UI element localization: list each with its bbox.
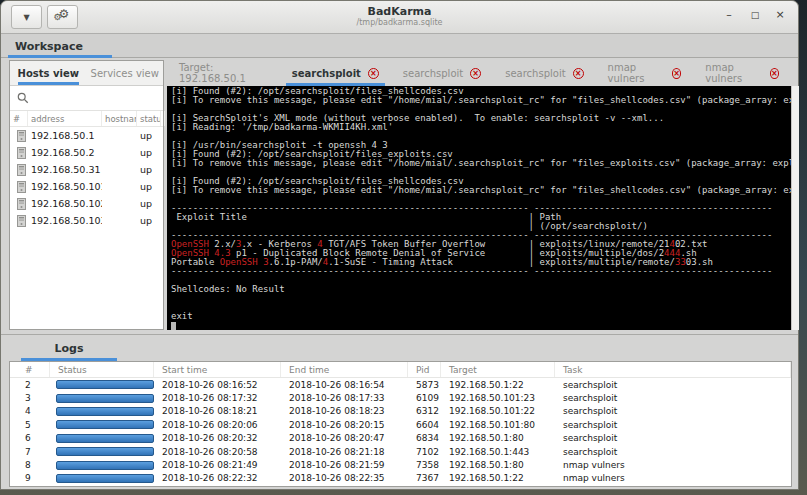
tab-close-icon[interactable]: × xyxy=(672,68,682,79)
minimize-button[interactable]: – xyxy=(722,8,736,21)
log-row[interactable]: 92018-10-26 08:22:322018-10-26 08:22:357… xyxy=(10,472,791,485)
terminal-tab[interactable]: nmap vulners× xyxy=(693,60,791,86)
tab-close-icon[interactable]: × xyxy=(470,68,481,79)
host-icon xyxy=(17,215,26,227)
run-tasks-button[interactable]: ⚙ ⚙ xyxy=(47,5,78,29)
log-end-time: 2018-10-26 08:21:59 xyxy=(281,460,408,470)
log-number: 3 xyxy=(10,393,50,403)
hosts-table-header: #addresshostnamestatuss xyxy=(10,111,163,127)
log-row[interactable]: 72018-10-26 08:20:582018-10-26 08:21:187… xyxy=(10,445,791,458)
window-title: BadKarma xyxy=(1,5,798,18)
tab-workspace[interactable]: Workspace xyxy=(1,34,119,58)
host-row[interactable]: 192.168.50.2upF xyxy=(10,144,163,161)
logs-column-header[interactable]: # xyxy=(10,362,50,377)
log-task: searchsploit xyxy=(555,380,791,390)
log-number: 9 xyxy=(10,473,50,483)
log-number: 8 xyxy=(10,460,50,470)
maximize-button[interactable]: □ xyxy=(748,10,762,20)
logs-divider xyxy=(1,334,798,335)
terminal-scrollbar[interactable] xyxy=(791,86,799,330)
terminal-tab[interactable]: nmap vulners× xyxy=(596,60,694,86)
logs-table: #StatusStart timeEnd timePidTargetTask 2… xyxy=(9,361,792,487)
log-pid: 5873 xyxy=(408,380,441,390)
host-extra: F xyxy=(161,198,164,209)
progress-bar xyxy=(56,434,154,443)
badkarma-window: ▼ ⚙ ⚙ BadKarma /tmp/badkarma.sqlite – □ … xyxy=(0,0,799,490)
host-icon xyxy=(17,147,26,159)
log-pid: 7367 xyxy=(408,473,441,483)
progress-bar xyxy=(56,461,154,470)
progress-bar xyxy=(56,447,154,456)
host-extra: F xyxy=(161,147,164,158)
search-icon xyxy=(17,92,29,104)
log-row[interactable]: 62018-10-26 08:20:322018-10-26 08:20:476… xyxy=(10,432,791,445)
log-row[interactable]: 52018-10-26 08:20:062018-10-26 08:20:156… xyxy=(10,418,791,431)
hosts-column-header[interactable]: address xyxy=(28,111,102,126)
host-address: 192.168.50.103 xyxy=(28,215,102,226)
hosts-column-header[interactable]: hostname xyxy=(102,111,137,126)
logs-column-header[interactable]: Task xyxy=(555,362,791,377)
log-target: 192.168.50.1:443 xyxy=(441,447,555,457)
host-row[interactable]: 192.168.50.102upF xyxy=(10,195,163,212)
log-status-cell xyxy=(50,380,154,389)
tab-close-icon[interactable]: × xyxy=(368,68,379,79)
log-end-time: 2018-10-26 08:22:35 xyxy=(281,473,408,483)
log-status-cell xyxy=(50,407,154,416)
hosts-column-header[interactable]: s xyxy=(161,111,165,126)
log-start-time: 2018-10-26 08:21:49 xyxy=(154,460,281,470)
terminal-tab[interactable]: searchsploit× xyxy=(280,60,391,86)
hosts-column-header[interactable]: status xyxy=(137,111,161,126)
log-pid: 6604 xyxy=(408,420,441,430)
host-icon xyxy=(17,130,26,142)
log-number: 7 xyxy=(10,447,50,457)
header-bar: ▼ ⚙ ⚙ BadKarma /tmp/badkarma.sqlite – □ … xyxy=(1,1,798,34)
progress-bar xyxy=(56,380,154,389)
terminal-line xyxy=(171,303,791,312)
tab-close-icon[interactable]: × xyxy=(573,68,584,79)
log-status-cell xyxy=(50,434,154,443)
hosts-column-header[interactable]: # xyxy=(10,111,28,126)
tab-close-icon[interactable]: × xyxy=(770,68,780,79)
menu-dropdown-button[interactable]: ▼ xyxy=(11,5,42,29)
log-end-time: 2018-10-26 08:21:18 xyxy=(281,447,408,457)
log-row[interactable]: 22018-10-26 08:16:522018-10-26 08:16:545… xyxy=(10,378,791,391)
host-row[interactable]: 192.168.50.31upF xyxy=(10,161,163,178)
logs-column-header[interactable]: End time xyxy=(281,362,408,377)
terminal-tab[interactable]: searchsploit× xyxy=(391,60,493,86)
log-start-time: 2018-10-26 08:22:32 xyxy=(154,473,281,483)
log-start-time: 2018-10-26 08:17:32 xyxy=(154,393,281,403)
log-task: searchsploit xyxy=(555,420,791,430)
log-target: 192.168.50.101:22 xyxy=(441,406,555,416)
hosts-panel-tab[interactable]: Hosts view xyxy=(10,61,87,85)
host-icon-cell xyxy=(10,198,28,210)
log-row[interactable]: 82018-10-26 08:21:492018-10-26 08:21:597… xyxy=(10,458,791,471)
host-address: 192.168.50.2 xyxy=(28,147,102,158)
host-address: 192.168.50.101 xyxy=(28,181,102,192)
tab-logs[interactable]: Logs xyxy=(19,338,119,359)
logs-column-header[interactable]: Status xyxy=(50,362,154,377)
hosts-search-input[interactable] xyxy=(35,93,145,104)
host-icon xyxy=(17,181,26,193)
terminal-tab[interactable]: searchsploit× xyxy=(493,60,595,86)
log-end-time: 2018-10-26 08:20:15 xyxy=(281,420,408,430)
logs-column-header[interactable]: Start time xyxy=(154,362,281,377)
terminal-line: [i] Reading: '/tmp/badkarma-WKMII4KH.xml… xyxy=(171,123,791,132)
host-row[interactable]: 192.168.50.101upF xyxy=(10,178,163,195)
log-row[interactable]: 32018-10-26 08:17:322018-10-26 08:17:336… xyxy=(10,391,791,404)
close-button[interactable]: × xyxy=(773,8,787,21)
logs-column-header[interactable]: Pid xyxy=(408,362,441,377)
host-row[interactable]: 192.168.50.103upF xyxy=(10,212,163,229)
progress-bar xyxy=(56,394,154,403)
host-row[interactable]: 192.168.50.1upF xyxy=(10,127,163,144)
terminal-tab-bar: Target: 192.168.50.1searchsploit×searchs… xyxy=(167,60,791,86)
log-pid: 6109 xyxy=(408,393,441,403)
terminal-tab[interactable]: Target: 192.168.50.1 xyxy=(167,60,280,86)
host-icon xyxy=(17,198,26,210)
hosts-panel-tab[interactable]: Services view xyxy=(87,61,164,85)
terminal-line: exit xyxy=(171,312,791,321)
log-row[interactable]: 42018-10-26 08:18:212018-10-26 08:18:236… xyxy=(10,405,791,418)
log-pid: 6312 xyxy=(408,406,441,416)
logs-column-header[interactable]: Target xyxy=(441,362,555,377)
terminal-output[interactable]: [i] Found (#2): /opt/searchsploit/files_… xyxy=(167,86,791,330)
terminal-cursor xyxy=(171,322,176,330)
